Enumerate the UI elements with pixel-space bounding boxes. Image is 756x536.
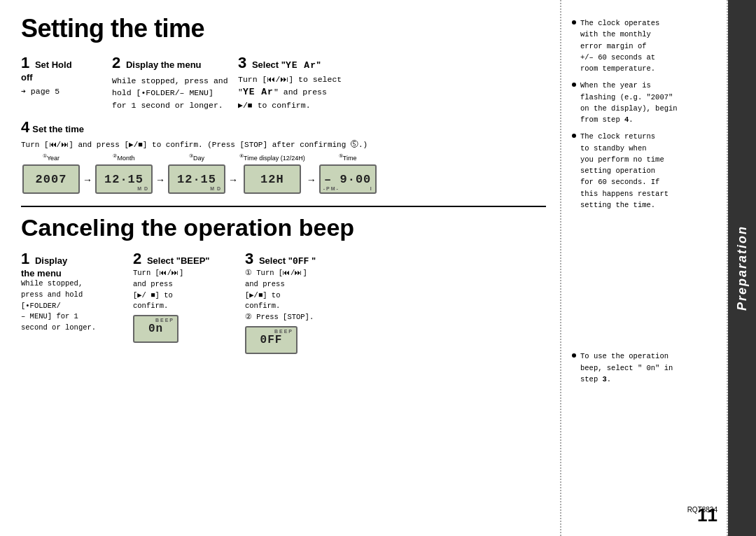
step1-number: 1: [21, 54, 29, 71]
step3-title: Select "YE Ar": [252, 59, 321, 70]
time-format-label: ④Time display (12/24H): [239, 153, 305, 162]
arrow4: →: [307, 174, 316, 185]
step4-number: 4: [21, 118, 29, 136]
s2-step2-body: Turn [⏮/⏭] and press [▶/ ■] to confirm.: [133, 268, 238, 312]
s2-step2-title: Select "BEEP": [147, 255, 210, 266]
display-year: ①Year 2007: [21, 153, 81, 195]
month-label: ②Month: [113, 153, 134, 162]
day-label: ③Day: [189, 153, 204, 162]
step3-number: 3: [238, 54, 246, 71]
display-time-format: ④Time display (12/24H) 12H: [239, 153, 305, 195]
section2-title: Canceling the operation beep: [21, 214, 546, 241]
step1-block: 1 Set Holdoff ➔ page 5: [21, 54, 112, 97]
on-display: 0n BEEP: [133, 315, 178, 343]
time-label: ⑤Time: [339, 153, 357, 162]
display-month: ②Month 12·15 M D: [94, 153, 154, 195]
s2-step1-block: 1 Displaythe menu While stopped, press a…: [21, 250, 126, 334]
time-lcd: – 9·00 -PM- I: [319, 164, 377, 194]
displays-row: ①Year 2007 → ②Month 12·15 M D →: [21, 153, 546, 195]
step3-block: 3 Select "YE Ar" Turn [⏮/⏭] to select "Y…: [238, 54, 546, 111]
step4-instruction: Turn [⏮/⏭] and press [▶/■] to confirm. (…: [21, 140, 546, 149]
arrow2: →: [155, 174, 165, 185]
right-sidebar: The clock operates with the monthly erro…: [560, 0, 756, 536]
step2-number: 2: [112, 54, 120, 71]
section-divider: [21, 206, 546, 207]
s2-step1-body: While stopped, press and hold [•FOLDER/ …: [21, 278, 126, 334]
s2-step3-block: 3 Select "0FF " ① Turn [⏮/⏭] and press […: [245, 250, 371, 354]
arrow3: →: [228, 174, 238, 185]
section2-sidebar-note: To use the operation beep, select " 0n" …: [572, 351, 720, 385]
step4-title: Set the time: [32, 124, 84, 134]
note3-text: The clock returns to standby when you pe…: [580, 131, 668, 211]
off-display: 0FF BEEP: [245, 326, 298, 354]
s2-step2-number: 2: [133, 250, 141, 267]
bullet-dot-1: [572, 20, 576, 24]
month-lcd: 12·15 M D: [95, 164, 153, 194]
note4-text: To use the operation beep, select " 0n" …: [580, 351, 673, 385]
step2-body: While stopped, press andhold [•FOLDER/– …: [112, 75, 231, 111]
s2-step3-body: ① Turn [⏮/⏭] and press [▶/■] to confirm.…: [245, 268, 371, 323]
section2: Canceling the operation beep 1 Displayth…: [21, 214, 546, 354]
sidebar-notes: The clock operates with the monthly erro…: [560, 0, 728, 536]
step3-body: Turn [⏮/⏭] to select "YE Ar" and press ▶…: [238, 73, 539, 111]
note3: The clock returns to standby when you pe…: [572, 131, 720, 211]
s2-step2-block: 2 Select "BEEP" Turn [⏮/⏭] and press [▶/…: [133, 250, 238, 343]
note1: The clock operates with the monthly erro…: [572, 17, 720, 74]
note1-text: The clock operates with the monthly erro…: [580, 17, 659, 74]
sidebar-col: The clock operates with the monthly erro…: [560, 0, 756, 536]
s2-step3-number: 3: [245, 250, 253, 267]
note2-text: When the year is flashing (e.g. "2007" o…: [580, 80, 678, 125]
note2: When the year is flashing (e.g. "2007" o…: [572, 80, 720, 125]
section1: Setting the time 1 Set Holdoff ➔ page 5 …: [21, 14, 546, 195]
step2-title: Display the menu: [126, 59, 202, 70]
s2-step1-number: 1: [21, 250, 29, 267]
note4: To use the operation beep, select " 0n" …: [572, 351, 720, 385]
s2-step3-title: Select "0FF ": [259, 255, 316, 266]
year-lcd: 2007: [22, 164, 80, 194]
step4-section: 4 Set the time Turn [⏮/⏭] and press [▶/■…: [21, 118, 546, 195]
display-day: ③Day 12·15 M D: [167, 153, 227, 195]
page-number: 11: [697, 502, 718, 529]
bullet-dot-4: [572, 353, 576, 358]
step2-block: 2 Display the menu While stopped, press …: [112, 54, 238, 111]
step1-body: ➔ page 5: [21, 85, 105, 97]
display-time: ⑤Time – 9·00 -PM- I: [318, 153, 378, 195]
time-format-lcd: 12H: [244, 164, 301, 194]
bullet-dot-2: [572, 83, 576, 87]
arrow1: →: [83, 174, 92, 185]
bullet-dot-3: [572, 134, 576, 138]
section1-title: Setting the time: [21, 14, 546, 43]
preparation-tab: Preparation: [728, 0, 756, 536]
year-label: ①Year: [43, 153, 59, 162]
section2-steps: 1 Displaythe menu While stopped, press a…: [21, 250, 546, 354]
day-lcd: 12·15 M D: [168, 164, 225, 194]
preparation-label: Preparation: [735, 225, 750, 311]
